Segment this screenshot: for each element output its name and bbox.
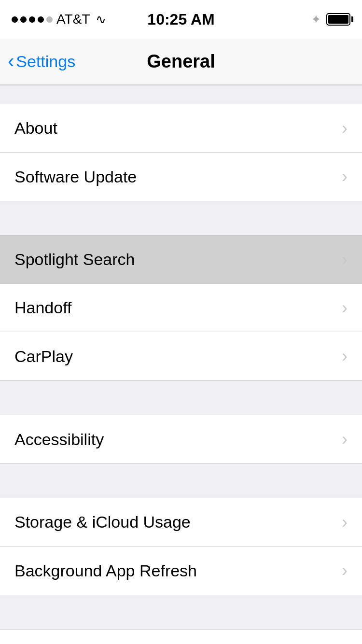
carrier-label: AT&T bbox=[56, 12, 90, 27]
about-chevron-icon: › bbox=[342, 120, 348, 137]
handoff-row-right: › bbox=[342, 299, 348, 317]
nav-bar: ‹ Settings General bbox=[0, 39, 362, 85]
page-title: General bbox=[147, 51, 215, 72]
software-update-label: Software Update bbox=[14, 168, 137, 186]
settings-row-carplay[interactable]: CarPlay › bbox=[0, 332, 362, 380]
signal-dot-1 bbox=[12, 16, 18, 23]
settings-row-accessibility[interactable]: Accessibility › bbox=[0, 415, 362, 463]
background-app-refresh-row-right: › bbox=[342, 562, 348, 579]
back-button[interactable]: ‹ Settings bbox=[8, 52, 75, 71]
handoff-chevron-icon: › bbox=[342, 299, 348, 317]
about-label: About bbox=[14, 119, 57, 138]
back-chevron-icon: ‹ bbox=[8, 51, 14, 70]
settings-group-2: Spotlight Search › Handoff › CarPlay › bbox=[0, 236, 362, 380]
signal-dot-5 bbox=[46, 16, 53, 23]
bluetooth-icon: ✦ bbox=[311, 12, 321, 27]
storage-icloud-chevron-icon: › bbox=[342, 514, 348, 531]
section-sep-2 bbox=[0, 201, 362, 236]
section-sep-5 bbox=[0, 595, 362, 630]
signal-dot-4 bbox=[38, 16, 44, 23]
signal-dot-3 bbox=[29, 16, 35, 23]
settings-row-spotlight-search[interactable]: Spotlight Search › bbox=[0, 236, 362, 284]
handoff-label: Handoff bbox=[14, 298, 71, 317]
settings-row-software-update[interactable]: Software Update › bbox=[0, 153, 362, 201]
background-app-refresh-label: Background App Refresh bbox=[14, 561, 197, 580]
section-sep-3 bbox=[0, 380, 362, 415]
accessibility-row-right: › bbox=[342, 431, 348, 448]
battery-icon bbox=[326, 13, 350, 26]
spotlight-search-chevron-icon: › bbox=[342, 251, 348, 268]
settings-group-1: About › Software Update › bbox=[0, 104, 362, 201]
settings-row-storage-icloud[interactable]: Storage & iCloud Usage › bbox=[0, 498, 362, 546]
settings-group-3: Accessibility › bbox=[0, 415, 362, 463]
section-sep-4 bbox=[0, 463, 362, 498]
carplay-row-right: › bbox=[342, 348, 348, 365]
storage-icloud-label: Storage & iCloud Usage bbox=[14, 513, 191, 532]
accessibility-chevron-icon: › bbox=[342, 431, 348, 448]
software-update-chevron-icon: › bbox=[342, 168, 348, 185]
software-update-row-right: › bbox=[342, 168, 348, 185]
about-row-right: › bbox=[342, 120, 348, 137]
settings-row-background-app-refresh[interactable]: Background App Refresh › bbox=[0, 546, 362, 595]
signal-dot-2 bbox=[20, 16, 27, 23]
background-app-refresh-chevron-icon: › bbox=[342, 562, 348, 579]
time-display: 10:25 AM bbox=[147, 11, 214, 28]
settings-row-handoff[interactable]: Handoff › bbox=[0, 284, 362, 332]
storage-icloud-row-right: › bbox=[342, 514, 348, 531]
accessibility-label: Accessibility bbox=[14, 430, 104, 449]
wifi-icon: ∿ bbox=[96, 12, 106, 27]
settings-group-4: Storage & iCloud Usage › Background App … bbox=[0, 498, 362, 595]
status-bar: AT&T ∿ 10:25 AM ✦ bbox=[0, 0, 362, 39]
spotlight-search-row-right: › bbox=[342, 251, 348, 268]
settings-row-about[interactable]: About › bbox=[0, 104, 362, 153]
settings-row-restrictions[interactable]: Restrictions Off › bbox=[0, 630, 362, 644]
battery-fill bbox=[328, 15, 348, 24]
carplay-chevron-icon: › bbox=[342, 348, 348, 365]
spotlight-search-label: Spotlight Search bbox=[14, 250, 135, 269]
status-left: AT&T ∿ bbox=[12, 12, 106, 27]
carplay-label: CarPlay bbox=[14, 347, 73, 366]
back-label[interactable]: Settings bbox=[16, 52, 75, 71]
signal-dots bbox=[12, 16, 53, 23]
section-sep-top bbox=[0, 85, 362, 104]
status-right: ✦ bbox=[311, 12, 350, 27]
settings-group-5: Restrictions Off › bbox=[0, 630, 362, 644]
